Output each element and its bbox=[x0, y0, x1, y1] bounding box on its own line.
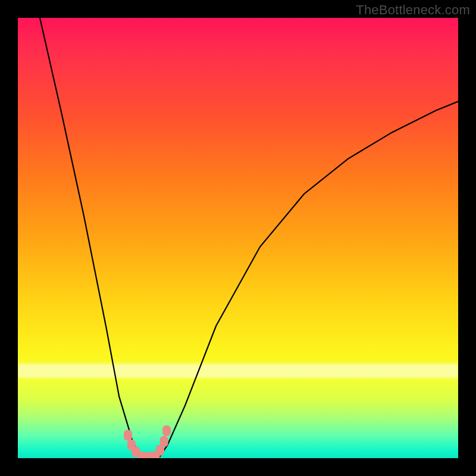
chart-frame: TheBottleneck.com bbox=[0, 0, 476, 476]
watermark-text: TheBottleneck.com bbox=[356, 2, 470, 18]
valley-marker bbox=[162, 425, 171, 436]
valley-marker bbox=[160, 436, 168, 447]
valley-markers bbox=[18, 18, 458, 458]
valley-marker bbox=[124, 430, 132, 441]
plot-area bbox=[18, 18, 458, 458]
